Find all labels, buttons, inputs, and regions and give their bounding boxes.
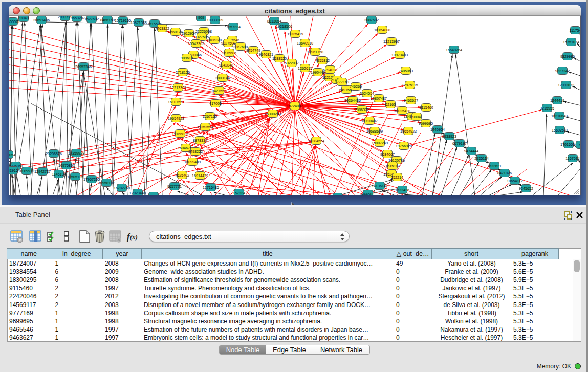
svg-text:252214: 252214 (391, 175, 403, 180)
svg-text:10807487: 10807487 (371, 96, 387, 101)
svg-text:9227342: 9227342 (555, 69, 570, 73)
svg-text:19218506: 19218506 (276, 24, 292, 29)
svg-text:9699695: 9699695 (419, 121, 433, 126)
svg-text:5322037: 5322037 (285, 61, 299, 65)
svg-text:2367608: 2367608 (233, 45, 248, 49)
svg-text:417006: 417006 (209, 101, 222, 106)
svg-text:10025438: 10025438 (394, 108, 410, 113)
svg-text:9329986: 9329986 (560, 54, 575, 59)
svg-text:10671355: 10671355 (130, 20, 147, 25)
svg-text:13716485: 13716485 (203, 185, 219, 190)
svg-text:1167534: 1167534 (565, 156, 579, 161)
svg-text:6794028: 6794028 (323, 68, 337, 72)
svg-text:15692571: 15692571 (552, 128, 568, 133)
svg-text:1391054: 1391054 (9, 152, 15, 157)
svg-text:8454749: 8454749 (246, 48, 260, 53)
svg-text:19166825: 19166825 (172, 132, 188, 136)
svg-text:1440954: 1440954 (430, 127, 445, 132)
svg-text:7955812: 7955812 (315, 58, 330, 63)
svg-text:9245652: 9245652 (519, 186, 533, 191)
svg-text:62160: 62160 (385, 102, 396, 107)
svg-text:18724007: 18724007 (287, 104, 303, 108)
svg-text:8466160: 8466160 (100, 18, 115, 23)
svg-text:9804: 9804 (412, 115, 421, 119)
svg-text:1439154: 1439154 (9, 168, 20, 173)
svg-text:1145194: 1145194 (52, 172, 66, 177)
svg-text:157824: 157824 (233, 191, 245, 195)
svg-text:11353594: 11353594 (197, 125, 213, 129)
svg-text:111754: 111754 (570, 28, 580, 33)
svg-text:2087682: 2087682 (364, 18, 379, 23)
svg-text:8660124: 8660124 (168, 30, 183, 34)
svg-text:17016504: 17016504 (560, 142, 577, 147)
svg-text:3624554: 3624554 (360, 91, 374, 96)
svg-text:7485063: 7485063 (399, 69, 413, 73)
svg-text:9242848: 9242848 (219, 63, 233, 68)
svg-text:1244419: 1244419 (550, 98, 564, 103)
svg-text:17957255: 17957255 (83, 177, 100, 182)
svg-text:7986372: 7986372 (355, 107, 369, 112)
svg-text:16914479: 16914479 (192, 173, 208, 178)
svg-text:15751074: 15751074 (563, 40, 579, 45)
svg-text:14136141: 14136141 (372, 184, 388, 188)
svg-text:7625402: 7625402 (175, 173, 189, 178)
svg-text:9498222: 9498222 (188, 149, 203, 154)
svg-text:9684067: 9684067 (380, 152, 395, 157)
svg-text:16210643: 16210643 (551, 114, 568, 118)
svg-text:8186328: 8186328 (207, 38, 222, 42)
svg-text:9450: 9450 (149, 194, 158, 195)
svg-text:10961758: 10961758 (307, 50, 323, 54)
svg-text:12023448: 12023448 (129, 191, 146, 195)
svg-text:16782759: 16782759 (114, 186, 130, 190)
svg-text:16154808: 16154808 (374, 28, 390, 32)
svg-text:1115689: 1115689 (20, 169, 34, 173)
svg-text:10973493: 10973493 (391, 53, 408, 57)
svg-text:9777169: 9777169 (335, 80, 349, 84)
svg-text:7632621: 7632621 (487, 164, 502, 168)
svg-text:989613: 989613 (181, 56, 193, 60)
svg-text:8427552: 8427552 (212, 89, 226, 93)
svg-text:12505135: 12505135 (67, 174, 83, 179)
svg-text:8878332: 8878332 (193, 138, 207, 143)
svg-text:11325419: 11325419 (287, 32, 303, 36)
svg-text:12213369: 12213369 (170, 85, 186, 90)
svg-text:18640910: 18640910 (297, 41, 313, 46)
svg-text:10543362: 10543362 (188, 41, 204, 46)
svg-text:6679197: 6679197 (452, 141, 467, 146)
svg-text:8813054: 8813054 (267, 19, 281, 24)
svg-text:3267130: 3267130 (203, 114, 217, 119)
svg-text:18807249: 18807249 (372, 141, 388, 145)
svg-text:2935114: 2935114 (474, 156, 488, 161)
svg-text:8471826: 8471826 (497, 171, 512, 176)
svg-text:909: 909 (198, 16, 204, 20)
svg-text:12093872: 12093872 (558, 83, 574, 87)
svg-text:19384554: 19384554 (308, 139, 324, 143)
svg-text:12975115: 12975115 (402, 83, 418, 87)
svg-text:7357224: 7357224 (226, 25, 241, 29)
svg-text:12942737: 12942737 (34, 169, 51, 174)
svg-text:20364436: 20364436 (344, 98, 361, 103)
svg-text:2718126: 2718126 (176, 70, 190, 75)
svg-text:3675685: 3675685 (222, 51, 236, 55)
svg-text:20953346: 20953346 (75, 64, 92, 69)
svg-text:16107553: 16107553 (168, 100, 184, 104)
svg-text:1362615: 1362615 (298, 66, 312, 71)
svg-text:12213967: 12213967 (383, 39, 400, 44)
svg-text:23049: 23049 (18, 16, 29, 20)
svg-text:15720407: 15720407 (361, 119, 378, 123)
svg-text:1588520: 1588520 (272, 56, 287, 61)
svg-text:10653287: 10653287 (69, 16, 85, 20)
svg-text:16648764: 16648764 (446, 48, 462, 52)
svg-text:19756928: 19756928 (396, 144, 412, 148)
svg-text:17359938: 17359938 (68, 151, 84, 156)
svg-text:2803144: 2803144 (215, 76, 230, 80)
svg-text:9474444: 9474444 (464, 149, 478, 154)
svg-text:68: 68 (579, 143, 580, 147)
svg-text:19654928: 19654928 (168, 116, 184, 121)
svg-text:9657771: 9657771 (167, 184, 182, 189)
svg-text:3215955: 3215955 (540, 106, 554, 111)
svg-text:9327505: 9327505 (194, 35, 209, 39)
svg-text:1527602: 1527602 (84, 17, 99, 21)
svg-text:3912954: 3912954 (182, 31, 196, 36)
svg-text:1615112: 1615112 (385, 164, 399, 168)
